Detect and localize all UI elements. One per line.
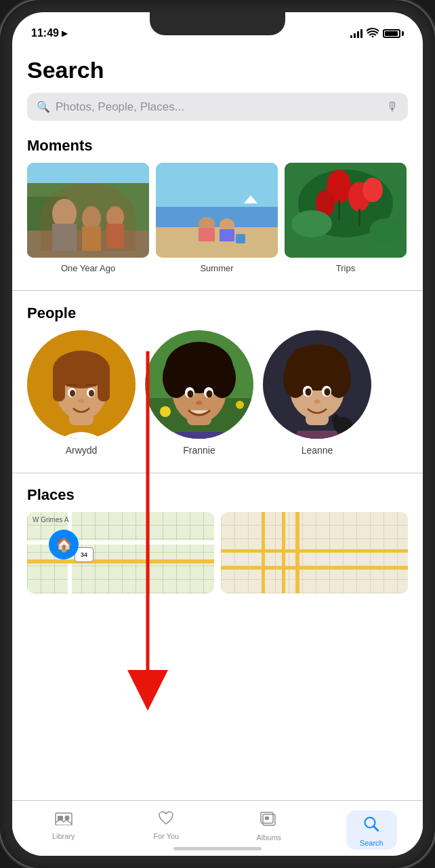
places-grid: W Grimes A 34 🏠 — [27, 512, 408, 593]
person-name-leanne: Leanne — [302, 445, 333, 456]
svg-point-43 — [236, 401, 244, 409]
person-name-arwydd: Arwydd — [66, 445, 98, 456]
svg-point-42 — [160, 406, 171, 417]
svg-rect-78 — [265, 816, 269, 820]
moment-label-summer: Summer — [200, 263, 233, 273]
svg-point-72 — [332, 414, 340, 425]
svg-point-55 — [196, 401, 203, 405]
svg-point-64 — [316, 347, 343, 376]
microphone-icon[interactable]: 🎙 — [386, 100, 398, 114]
search-placeholder: Photos, People, Places... — [56, 100, 381, 114]
home-indicator — [173, 847, 262, 850]
divider-people-places — [12, 473, 423, 473]
page-title: Search — [27, 57, 408, 83]
person-name-frannie: Frannie — [183, 445, 215, 456]
svg-rect-12 — [156, 227, 278, 258]
map-label-1: W Grimes A — [33, 516, 68, 524]
divider-moments-people — [12, 290, 423, 291]
place-map-1[interactable]: W Grimes A 34 🏠 — [27, 512, 214, 593]
svg-point-49 — [171, 346, 201, 376]
svg-rect-16 — [220, 229, 234, 241]
svg-point-38 — [89, 390, 94, 397]
svg-rect-9 — [106, 224, 124, 248]
notch — [150, 12, 285, 35]
svg-point-68 — [325, 388, 331, 395]
svg-point-8 — [106, 206, 124, 228]
tab-albums-label: Albums — [256, 833, 281, 842]
tab-library[interactable]: Library — [12, 808, 115, 843]
svg-rect-56 — [175, 432, 223, 439]
svg-rect-14 — [199, 228, 215, 241]
moment-label-trips: Trips — [336, 263, 355, 273]
svg-point-23 — [362, 178, 383, 202]
svg-rect-27 — [358, 209, 360, 226]
moment-thumb-summer — [156, 163, 278, 258]
person-leanne[interactable]: Leanne — [263, 330, 371, 456]
svg-rect-33 — [53, 364, 65, 401]
phone-screen: 11:49 ▶ — [12, 12, 423, 856]
place-map-2[interactable] — [221, 512, 408, 593]
svg-point-50 — [198, 346, 228, 376]
search-bar[interactable]: 🔍 Photos, People, Places... 🎙 — [27, 93, 408, 121]
tab-search[interactable]: Search — [320, 808, 423, 852]
location-arrow-icon: ▶ — [62, 29, 67, 38]
svg-point-75 — [64, 816, 69, 821]
svg-line-80 — [374, 827, 378, 831]
people-grid: Arwydd — [27, 330, 408, 456]
avatar-leanne — [263, 330, 371, 439]
svg-point-69 — [314, 399, 320, 403]
svg-rect-7 — [82, 226, 101, 251]
tab-for-you[interactable]: For You — [115, 808, 218, 843]
svg-point-53 — [188, 390, 194, 397]
search-icon: 🔍 — [37, 100, 50, 113]
svg-rect-5 — [52, 224, 77, 251]
time-display: 11:49 — [31, 27, 59, 39]
svg-point-37 — [70, 390, 75, 397]
svg-rect-70 — [297, 431, 337, 439]
person-frannie[interactable]: Frannie — [145, 330, 253, 456]
svg-point-63 — [291, 347, 318, 376]
places-title: Places — [27, 486, 408, 504]
phone-frame: 11:49 ▶ — [0, 0, 435, 868]
main-content: Search 🔍 Photos, People, Places... 🎙 Mom… — [12, 47, 423, 800]
home-pin: 🏠 — [49, 530, 79, 559]
battery-icon — [383, 29, 404, 38]
moment-trips[interactable]: Trips — [285, 163, 407, 274]
places-section: Places W Grimes A 34 🏠 — [27, 486, 408, 593]
moment-thumb-trips — [285, 163, 407, 258]
svg-point-67 — [306, 388, 312, 395]
moment-label-one-year-ago: One Year Ago — [61, 263, 115, 273]
tab-search-active-bg: Search — [346, 810, 397, 850]
svg-point-4 — [52, 199, 77, 229]
svg-point-39 — [78, 399, 85, 403]
svg-rect-11 — [156, 207, 278, 231]
svg-rect-34 — [98, 364, 110, 401]
status-icons — [350, 28, 404, 39]
svg-rect-1 — [27, 183, 149, 237]
albums-icon — [260, 810, 278, 831]
people-title: People — [27, 304, 408, 322]
moment-one-year-ago[interactable]: One Year Ago — [27, 163, 149, 274]
tab-library-label: Library — [52, 832, 75, 840]
tab-search-label: Search — [360, 839, 384, 847]
library-icon — [55, 810, 72, 829]
moments-grid: One Year Ago — [27, 163, 408, 274]
search-tab-icon — [363, 816, 379, 836]
for-you-icon — [158, 810, 174, 829]
moment-thumb-one-year-ago — [27, 163, 149, 258]
moments-title: Moments — [27, 137, 408, 155]
moment-summer[interactable]: Summer — [156, 163, 278, 274]
svg-rect-10 — [156, 163, 278, 210]
status-time: 11:49 ▶ — [31, 27, 67, 39]
wifi-icon — [367, 28, 379, 39]
tab-for-you-label: For You — [153, 832, 179, 840]
avatar-frannie — [145, 330, 253, 439]
svg-rect-3 — [27, 231, 149, 258]
moments-section: Moments — [27, 137, 408, 274]
svg-rect-17 — [236, 234, 245, 243]
tab-albums[interactable]: Albums — [218, 808, 320, 844]
svg-point-25 — [369, 218, 403, 243]
svg-point-6 — [82, 206, 101, 231]
person-arwydd[interactable]: Arwydd — [27, 330, 136, 456]
signal-icon — [350, 28, 362, 38]
